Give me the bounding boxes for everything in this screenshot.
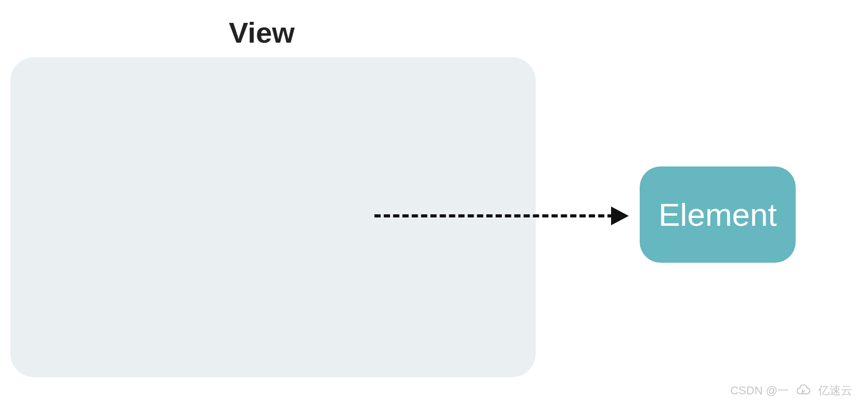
- cloud-icon: [795, 382, 812, 399]
- element-box: Element: [640, 166, 796, 263]
- watermark-text-left: CSDN @一: [730, 383, 789, 398]
- watermark-text-right: 亿速云: [818, 383, 852, 398]
- arrow-dashed: [374, 208, 634, 224]
- watermark: CSDN @一 亿速云: [730, 382, 852, 399]
- element-label: Element: [658, 196, 776, 233]
- arrow-head-icon: [611, 207, 629, 225]
- arrow-line: [374, 214, 614, 217]
- diagram-title: View: [229, 16, 295, 49]
